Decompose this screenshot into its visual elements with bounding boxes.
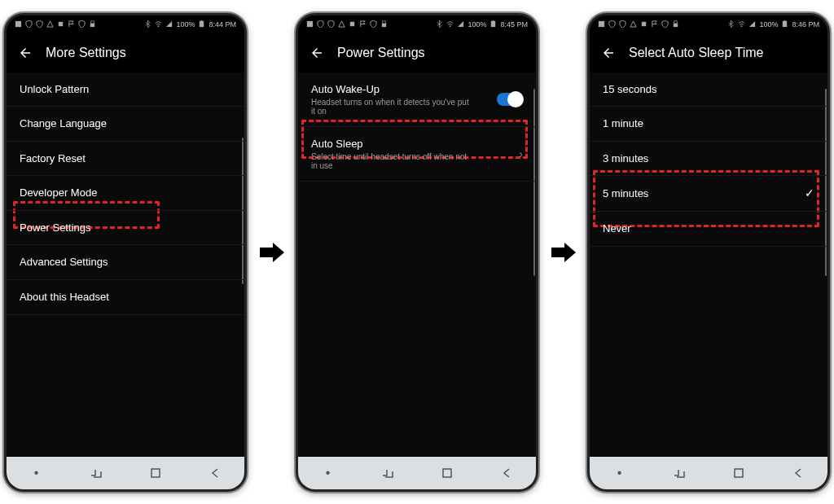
signal-icon bbox=[165, 20, 173, 28]
row-label: Unlock Pattern bbox=[20, 83, 89, 96]
page-title: Power Settings bbox=[337, 46, 425, 60]
nav-back-button[interactable] bbox=[203, 467, 227, 480]
row-label: Auto Sleep bbox=[311, 138, 474, 150]
settings-row[interactable]: Developer Mode bbox=[7, 176, 244, 211]
nav-recents-button[interactable] bbox=[84, 467, 108, 480]
nav-home-button[interactable] bbox=[143, 467, 168, 480]
wifi-icon bbox=[155, 20, 162, 28]
shield-icon bbox=[36, 20, 43, 28]
notif-icon bbox=[57, 20, 64, 28]
wifi-icon bbox=[738, 20, 745, 28]
signal-icon bbox=[748, 20, 756, 28]
page-title: More Settings bbox=[46, 46, 126, 60]
shield-icon bbox=[661, 20, 669, 28]
bluetooth-icon bbox=[436, 20, 443, 28]
settings-row[interactable]: Auto Wake-UpHeadset turns on when it det… bbox=[298, 72, 536, 127]
row-description: Headset turns on when it detects you've … bbox=[311, 98, 474, 116]
options-list: 15 seconds1 minute3 minutes5 minutes✓Nev… bbox=[590, 72, 827, 457]
shield-icon bbox=[608, 20, 616, 28]
app-icon bbox=[598, 20, 605, 28]
nav-dot[interactable]: • bbox=[24, 466, 49, 480]
flow-arrow-icon bbox=[257, 238, 286, 267]
svg-point-17 bbox=[741, 25, 743, 27]
app-header: Power Settings bbox=[298, 33, 536, 72]
svg-rect-7 bbox=[307, 21, 313, 27]
phone-more-settings: 100% 8:44 PM More Settings Unlock Patter… bbox=[4, 13, 247, 492]
toggle-switch[interactable] bbox=[497, 93, 523, 106]
lock-icon bbox=[672, 20, 679, 28]
svg-point-3 bbox=[158, 25, 160, 27]
row-description: Select time until headset turns off when… bbox=[311, 152, 474, 170]
battery-text: 100% bbox=[759, 20, 778, 28]
notif-icon bbox=[640, 20, 647, 28]
option-label: 3 minutes bbox=[603, 152, 648, 165]
settings-row[interactable]: About this Headset bbox=[7, 280, 244, 315]
page-title: Select Auto Sleep Time bbox=[629, 46, 763, 60]
svg-rect-4 bbox=[200, 21, 204, 27]
phone-power-settings: 100% 8:45 PM Power Settings Auto Wake-Up… bbox=[296, 13, 538, 492]
status-bar: 100% 8:44 PM bbox=[7, 15, 244, 33]
option-row[interactable]: 1 minute bbox=[590, 107, 827, 142]
settings-row[interactable]: Factory Reset bbox=[7, 142, 244, 177]
nav-home-button[interactable] bbox=[435, 467, 459, 480]
status-left-icons bbox=[306, 20, 388, 28]
svg-rect-2 bbox=[90, 24, 94, 27]
svg-rect-19 bbox=[784, 20, 786, 21]
shield-icon bbox=[370, 20, 377, 28]
back-button[interactable] bbox=[309, 46, 324, 60]
shield-icon bbox=[327, 20, 335, 28]
nav-back-button[interactable] bbox=[786, 467, 810, 480]
android-navbar: • bbox=[7, 457, 244, 489]
svg-rect-20 bbox=[735, 469, 743, 477]
row-label: Auto Wake-Up bbox=[311, 83, 474, 95]
check-icon: ✓ bbox=[805, 186, 814, 200]
svg-rect-16 bbox=[674, 24, 678, 27]
option-row[interactable]: 5 minutes✓ bbox=[590, 176, 827, 212]
nav-home-button[interactable] bbox=[726, 467, 751, 480]
svg-rect-14 bbox=[599, 21, 604, 27]
settings-row[interactable]: Unlock Pattern bbox=[7, 72, 244, 107]
nav-back-button[interactable] bbox=[494, 467, 519, 480]
row-label: About this Headset bbox=[20, 291, 109, 304]
svg-rect-13 bbox=[443, 469, 451, 477]
nav-dot[interactable]: • bbox=[316, 466, 340, 480]
android-navbar: • bbox=[298, 457, 536, 489]
svg-rect-1 bbox=[59, 22, 63, 26]
status-left-icons bbox=[598, 20, 679, 28]
nav-recents-button[interactable] bbox=[667, 467, 691, 480]
option-label: 5 minutes bbox=[603, 187, 648, 200]
settings-row[interactable]: Advanced Settings bbox=[7, 245, 244, 280]
row-label: Advanced Settings bbox=[20, 256, 108, 269]
app-icon bbox=[15, 20, 22, 28]
battery-text: 100% bbox=[467, 20, 486, 28]
shield-icon bbox=[78, 20, 86, 28]
svg-point-10 bbox=[450, 25, 451, 27]
battery-icon bbox=[489, 20, 497, 28]
settings-row[interactable]: Auto SleepSelect time until headset turn… bbox=[298, 127, 536, 182]
option-row[interactable]: 3 minutes bbox=[590, 142, 827, 177]
option-row[interactable]: Never bbox=[590, 212, 827, 247]
svg-rect-11 bbox=[491, 21, 495, 27]
option-label: Never bbox=[603, 222, 631, 235]
status-right-icons: 100% 8:44 PM bbox=[144, 20, 236, 28]
svg-rect-18 bbox=[783, 21, 787, 27]
option-row[interactable]: 15 seconds bbox=[590, 72, 827, 107]
status-bar: 100% 8:46 PM bbox=[590, 15, 827, 33]
back-button[interactable] bbox=[601, 46, 616, 60]
clock-text: 8:46 PM bbox=[792, 20, 819, 28]
settings-row[interactable]: Power Settings bbox=[7, 211, 244, 246]
settings-list: Unlock PatternChange LanguageFactory Res… bbox=[7, 72, 244, 457]
bluetooth-icon bbox=[727, 20, 735, 28]
shield-icon bbox=[25, 20, 33, 28]
app-header: More Settings bbox=[7, 33, 244, 72]
nav-dot[interactable]: • bbox=[608, 466, 632, 480]
clock-text: 8:44 PM bbox=[208, 20, 236, 28]
row-label: Power Settings bbox=[20, 221, 90, 234]
row-label: Factory Reset bbox=[20, 152, 86, 165]
status-right-icons: 100% 8:46 PM bbox=[727, 20, 819, 28]
app-icon bbox=[306, 20, 314, 28]
settings-row[interactable]: Change Language bbox=[7, 107, 244, 142]
svg-rect-8 bbox=[350, 22, 354, 26]
nav-recents-button[interactable] bbox=[375, 467, 400, 480]
back-button[interactable] bbox=[18, 46, 33, 60]
